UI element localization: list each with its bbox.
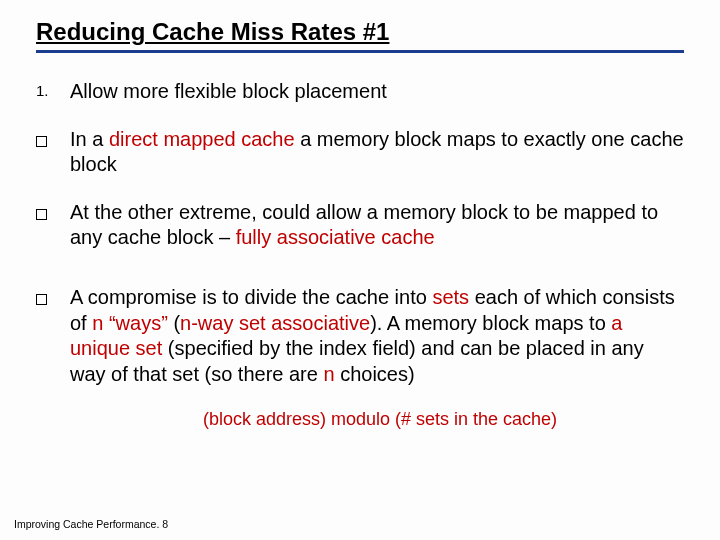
item-text: At the other extreme, could allow a memo… (70, 200, 684, 251)
list-item-1: 1. Allow more flexible block placement (36, 79, 684, 105)
list-item-bullet-2: At the other extreme, could allow a memo… (36, 200, 684, 251)
list-item-bullet-3: A compromise is to divide the cache into… (36, 285, 684, 387)
square-bullet-icon (36, 285, 70, 387)
square-bullet-icon (36, 127, 70, 178)
formula-text: (block address) modulo (# sets in the ca… (76, 409, 684, 430)
marker-number: 1. (36, 79, 70, 105)
item-text: Allow more flexible block placement (70, 79, 684, 105)
square-bullet-icon (36, 200, 70, 251)
item-text: A compromise is to divide the cache into… (70, 285, 684, 387)
slide-footer: Improving Cache Performance. 8 (14, 518, 168, 530)
slide-title: Reducing Cache Miss Rates #1 (36, 18, 684, 53)
item-text: In a direct mapped cache a memory block … (70, 127, 684, 178)
list-item-bullet-1: In a direct mapped cache a memory block … (36, 127, 684, 178)
